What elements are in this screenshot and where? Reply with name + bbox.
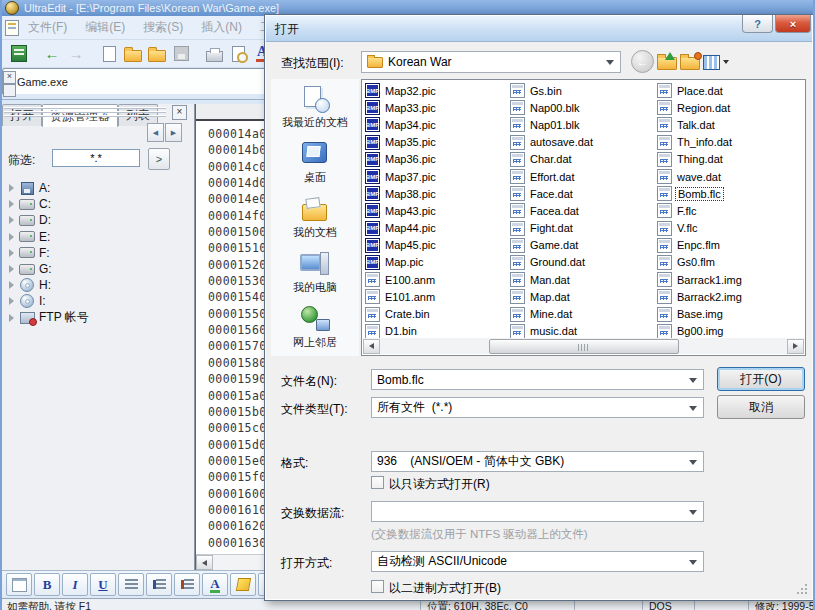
- Map43.pic[interactable]: BMP Map43.pic: [365, 202, 509, 219]
- Crate.bin[interactable]: Crate.bin: [365, 305, 509, 322]
- Map44.pic[interactable]: BMP Map44.pic: [365, 220, 509, 237]
- Fight.dat[interactable]: Fight.dat: [510, 220, 654, 237]
- Thing.dat[interactable]: Thing.dat: [657, 151, 801, 168]
- V.flc[interactable]: V.flc: [657, 220, 801, 237]
- Char.dat[interactable]: Char.dat: [510, 151, 654, 168]
- E101.anm[interactable]: E101.anm: [365, 288, 509, 305]
- Enpc.flm[interactable]: Enpc.flm: [657, 237, 801, 254]
- place-item[interactable]: 我的电脑: [272, 250, 358, 294]
- print-preview-button[interactable]: [226, 42, 250, 65]
- expand-icon[interactable]: [9, 233, 14, 241]
- Ground.dat[interactable]: Ground.dat: [510, 254, 654, 271]
- bullet-list-button[interactable]: [146, 573, 172, 596]
- numbered-list-button[interactable]: [174, 573, 200, 596]
- E100.anm[interactable]: E100.anm: [365, 271, 509, 288]
- Map32.pic[interactable]: BMP Map32.pic: [365, 82, 509, 99]
- menu-item[interactable]: 编辑(E): [76, 17, 134, 38]
- tree-item[interactable]: A:: [4, 180, 192, 196]
- menu-item[interactable]: 文件(F): [19, 17, 76, 38]
- Map34.pic[interactable]: BMP Map34.pic: [365, 116, 509, 133]
- place-item[interactable]: 我最近的文档: [272, 85, 358, 129]
- menu-item[interactable]: 插入(N): [192, 17, 251, 38]
- filter-input[interactable]: [52, 149, 140, 167]
- scrollbar-thumb[interactable]: [489, 339, 679, 354]
- tree-item[interactable]: FTP 帐号: [4, 310, 192, 326]
- Nap00.blk[interactable]: Nap00.blk: [510, 99, 654, 116]
- forward-button[interactable]: →: [64, 42, 88, 65]
- open-button[interactable]: 打开(O): [717, 367, 805, 391]
- Nap01.blk[interactable]: Nap01.blk: [510, 116, 654, 133]
- menu-item[interactable]: 搜索(S): [134, 17, 192, 38]
- back-nav-button[interactable]: ←: [631, 50, 654, 73]
- Barrack1.img[interactable]: Barrack1.img: [657, 271, 801, 288]
- highlight-button[interactable]: [230, 573, 256, 596]
- format-combobox[interactable]: 936 (ANSI/OEM - 简体中文 GBK): [371, 451, 704, 472]
- readonly-checkbox[interactable]: [371, 476, 384, 489]
- Map37.pic[interactable]: BMP Map37.pic: [365, 168, 509, 185]
- Talk.dat[interactable]: Talk.dat: [657, 116, 801, 133]
- scroll-right-icon[interactable]: [787, 339, 804, 354]
- tabstrip-scroll-button[interactable]: [3, 84, 16, 97]
- new-folder-button[interactable]: [680, 50, 700, 73]
- bold-button[interactable]: B: [34, 573, 60, 596]
- binary-checkbox[interactable]: [371, 580, 384, 593]
- dropdown-arrow-icon[interactable]: [689, 510, 697, 515]
- italic-button[interactable]: I: [62, 573, 88, 596]
- Region.dat[interactable]: Region.dat: [657, 99, 801, 116]
- file-type-combobox[interactable]: 所有文件 (*.*): [371, 397, 704, 418]
- file-list-scrollbar[interactable]: [363, 338, 804, 354]
- expand-icon[interactable]: [9, 216, 14, 224]
- place-item[interactable]: 网上邻居: [272, 305, 358, 349]
- expand-icon[interactable]: [9, 297, 14, 305]
- dropdown-arrow-icon[interactable]: [689, 460, 697, 465]
- source-view-button[interactable]: [6, 573, 32, 596]
- F.flc[interactable]: F.flc: [657, 202, 801, 219]
- Map.pic[interactable]: BMP Map.pic: [365, 254, 509, 271]
- dropdown-arrow-icon[interactable]: [689, 560, 697, 565]
- stream-combobox[interactable]: [371, 501, 704, 522]
- Man.dat[interactable]: Man.dat: [510, 271, 654, 288]
- Gs0.flm[interactable]: Gs0.flm: [657, 254, 801, 271]
- Gs.bin[interactable]: Gs.bin: [510, 82, 654, 99]
- underline-button[interactable]: U: [90, 573, 116, 596]
- expand-icon[interactable]: [9, 200, 14, 208]
- Place.dat[interactable]: Place.dat: [657, 82, 801, 99]
- view-menu-button[interactable]: [703, 50, 729, 73]
- autosave.dat[interactable]: autosave.dat: [510, 134, 654, 151]
- Map33.pic[interactable]: BMP Map33.pic: [365, 99, 509, 116]
- wave.dat[interactable]: wave.dat: [657, 168, 801, 185]
- Map38.pic[interactable]: BMP Map38.pic: [365, 185, 509, 202]
- Face.dat[interactable]: Face.dat: [510, 185, 654, 202]
- expand-icon[interactable]: [9, 314, 14, 322]
- tree-item[interactable]: I:: [4, 293, 192, 309]
- Effort.dat[interactable]: Effort.dat: [510, 168, 654, 185]
- tree-item[interactable]: F:: [4, 245, 192, 261]
- expand-icon[interactable]: [9, 265, 14, 273]
- close-icon[interactable]: ×: [3, 71, 16, 84]
- Bomb.flc[interactable]: Bomb.flc: [657, 185, 801, 202]
- save-button[interactable]: [169, 42, 193, 65]
- green-file-button[interactable]: [7, 42, 31, 65]
- dropdown-arrow-icon[interactable]: [689, 378, 697, 383]
- panel-grip[interactable]: [4, 107, 166, 117]
- Th_info.dat[interactable]: Th_info.dat: [657, 134, 801, 151]
- Map36.pic[interactable]: BMP Map36.pic: [365, 151, 509, 168]
- place-item[interactable]: 我的文档: [272, 195, 358, 239]
- Barrack2.img[interactable]: Barrack2.img: [657, 288, 801, 305]
- help-button[interactable]: ?: [742, 15, 773, 33]
- resize-grip[interactable]: [796, 583, 808, 595]
- back-button[interactable]: ←: [40, 42, 64, 65]
- dropdown-arrow-icon[interactable]: [606, 60, 614, 65]
- open-folder-button[interactable]: [121, 42, 145, 65]
- scroll-left-icon[interactable]: [196, 555, 213, 570]
- expand-icon[interactable]: [9, 249, 14, 257]
- look-in-combobox[interactable]: Korean War: [361, 51, 621, 73]
- Map35.pic[interactable]: BMP Map35.pic: [365, 134, 509, 151]
- Base.img[interactable]: Base.img: [657, 305, 801, 322]
- Map.dat[interactable]: Map.dat: [510, 288, 654, 305]
- tree-item[interactable]: H:: [4, 277, 192, 293]
- font-color-button[interactable]: A: [202, 573, 228, 596]
- filter-go-button[interactable]: >: [148, 148, 170, 170]
- Facea.dat[interactable]: Facea.dat: [510, 202, 654, 219]
- scroll-left-icon[interactable]: [363, 339, 380, 354]
